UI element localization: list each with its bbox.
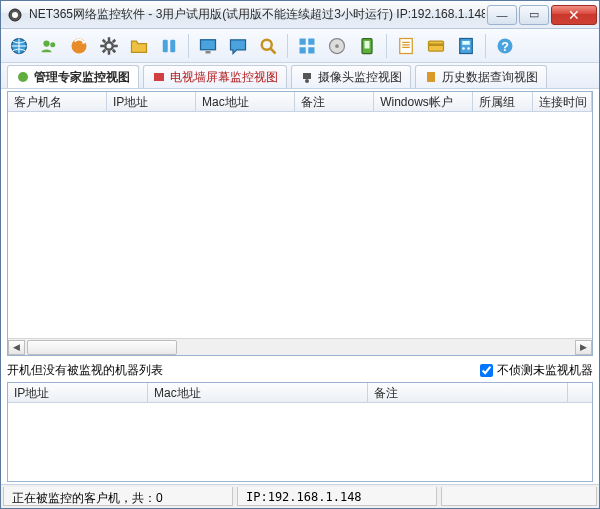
tab-icon-2 [300,70,314,84]
unmonitored-header: 开机但没有被监视的机器列表 不侦测未监视机器 [7,360,593,380]
svg-rect-30 [154,73,164,81]
svg-rect-10 [206,51,211,54]
status-spacer [441,487,597,506]
search-icon[interactable] [256,34,280,58]
svg-point-4 [50,42,55,47]
gear-icon[interactable] [97,34,121,58]
svg-rect-13 [308,38,314,44]
column-header[interactable]: 所属组 [473,92,532,111]
calc-icon[interactable] [454,34,478,58]
svg-rect-15 [308,47,314,53]
client-grid-header: 客户机名IP地址Mac地址备注Windows帐户所属组连接时间 [8,92,592,112]
unmonitored-title: 开机但没有被监视的机器列表 [7,362,163,379]
unmonitored-grid: IP地址Mac地址备注 [7,382,593,482]
windows-icon[interactable] [295,34,319,58]
svg-rect-12 [300,38,306,44]
main-toolbar: ? [1,29,599,63]
refresh-icon[interactable] [67,34,91,58]
folder-icon[interactable] [127,34,151,58]
no-detect-checkbox-label: 不侦测未监视机器 [497,362,593,379]
svg-point-17 [335,44,339,48]
client-grid-body[interactable] [8,112,592,338]
window-title: NET365网络监控软件 - 3用户试用版(试用版不能连续超过3小时运行) IP… [29,6,485,23]
no-detect-checkbox[interactable]: 不侦测未监视机器 [480,362,593,379]
status-client-count: 正在被监控的客户机，共：0 [3,487,233,506]
svg-text:?: ? [501,40,509,54]
svg-point-1 [12,12,18,18]
svg-point-26 [467,47,470,50]
svg-rect-19 [365,41,370,49]
close-button[interactable]: ✕ [551,5,597,25]
tab-icon-1 [152,70,166,84]
view-tabs: 管理专家监控视图电视墙屏幕监控视图摄像头监控视图历史数据查询视图 [1,63,599,89]
svg-rect-33 [427,72,435,82]
svg-point-5 [72,38,87,53]
tab-0[interactable]: 管理专家监控视图 [7,65,139,88]
tab-icon-3 [424,70,438,84]
users-icon[interactable] [37,34,61,58]
svg-point-6 [105,42,113,50]
column-header[interactable]: 备注 [295,92,374,111]
svg-point-32 [305,79,309,83]
key-icon[interactable] [157,34,181,58]
status-bar: 正在被监控的客户机，共：0 IP:192.168.1.148 [1,484,599,508]
column-header[interactable]: IP地址 [8,383,148,402]
status-ip: IP:192.168.1.148 [237,487,437,506]
svg-point-29 [18,72,28,82]
globe-icon[interactable] [7,34,31,58]
svg-rect-22 [429,43,444,46]
svg-rect-14 [300,47,306,53]
svg-rect-7 [163,39,168,52]
app-icon [7,7,23,23]
no-detect-checkbox-input[interactable] [480,364,493,377]
tab-label-2: 摄像头监控视图 [318,69,402,86]
svg-point-11 [262,39,272,49]
scroll-track[interactable] [25,340,575,355]
svg-rect-8 [170,39,175,52]
svg-rect-23 [460,38,473,53]
column-header[interactable]: Mac地址 [196,92,295,111]
card-icon[interactable] [424,34,448,58]
svg-rect-31 [303,73,311,79]
column-header[interactable]: IP地址 [107,92,196,111]
disc-icon[interactable] [325,34,349,58]
content-area: 客户机名IP地址Mac地址备注Windows帐户所属组连接时间 ◀ ▶ 开机但没… [1,89,599,484]
scroll-thumb[interactable] [27,340,177,355]
tab-label-3: 历史数据查询视图 [442,69,538,86]
tab-icon-0 [16,70,30,84]
help-icon[interactable]: ? [493,34,517,58]
window-controls: — ▭ ✕ [485,5,597,25]
column-header[interactable]: Mac地址 [148,383,368,402]
unmonitored-grid-body[interactable] [8,403,592,481]
svg-point-3 [43,40,49,46]
horizontal-scrollbar[interactable]: ◀ ▶ [8,338,592,355]
phone-icon[interactable] [355,34,379,58]
column-header[interactable]: 客户机名 [8,92,107,111]
monitor-icon[interactable] [196,34,220,58]
svg-rect-24 [462,41,470,45]
client-grid: 客户机名IP地址Mac地址备注Windows帐户所属组连接时间 ◀ ▶ [7,91,593,356]
tab-label-1: 电视墙屏幕监控视图 [170,69,278,86]
unmonitored-grid-header: IP地址Mac地址备注 [8,383,592,403]
titlebar: NET365网络监控软件 - 3用户试用版(试用版不能连续超过3小时运行) IP… [1,1,599,29]
column-header[interactable]: 连接时间 [533,92,592,111]
column-header[interactable]: 备注 [368,383,568,402]
tab-1[interactable]: 电视墙屏幕监控视图 [143,65,287,88]
tab-2[interactable]: 摄像头监控视图 [291,65,411,88]
svg-rect-9 [201,39,216,49]
chat-icon[interactable] [226,34,250,58]
tab-3[interactable]: 历史数据查询视图 [415,65,547,88]
column-header[interactable]: Windows帐户 [374,92,473,111]
minimize-button[interactable]: — [487,5,517,25]
maximize-button[interactable]: ▭ [519,5,549,25]
svg-rect-20 [400,38,413,53]
svg-point-25 [462,47,465,50]
scroll-right-button[interactable]: ▶ [575,340,592,355]
doc-icon[interactable] [394,34,418,58]
tab-label-0: 管理专家监控视图 [34,69,130,86]
scroll-left-button[interactable]: ◀ [8,340,25,355]
